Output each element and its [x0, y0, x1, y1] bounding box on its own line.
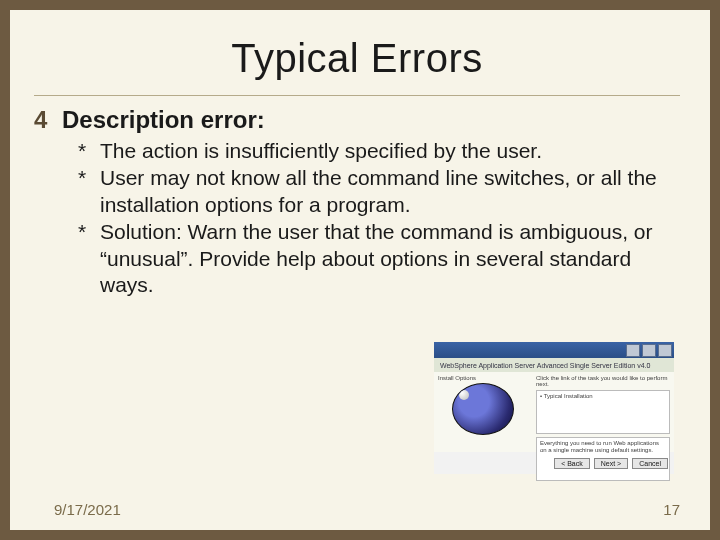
bullet-description-error: 4 Description error:	[34, 106, 680, 134]
titlebar	[434, 342, 674, 358]
slide-frame: Typical Errors 4 Description error: * Th…	[0, 0, 720, 540]
product-band: WebSphere Application Server Advanced Si…	[434, 358, 674, 372]
opt-desc-b: on a single machine using default settin…	[540, 447, 666, 454]
sub-b: * User may not know all the command line…	[78, 165, 680, 219]
sub-b-text: User may not know all the command line s…	[100, 165, 680, 219]
installer-right: Click the link of the task you would lik…	[532, 372, 674, 452]
cancel-button[interactable]: Cancel	[632, 458, 668, 469]
sub-c: * Solution: Warn the user that the comma…	[78, 219, 680, 300]
slide: Typical Errors 4 Description error: * Th…	[10, 10, 710, 530]
opt-desc-a: Everything you need to run Web applicati…	[540, 440, 666, 447]
opt-typical: • Typical Installation	[540, 393, 666, 400]
sub-c-text: Solution: Warn the user that the command…	[100, 219, 680, 300]
bullet-marker: 4	[34, 106, 62, 134]
maximize-icon	[642, 344, 656, 357]
installer-body: Install Options Click the link of the ta…	[434, 372, 674, 452]
star-icon: *	[78, 219, 100, 300]
sub-bullets: * The action is insufficiently specified…	[78, 138, 680, 299]
footer-page: 17	[663, 501, 680, 518]
sub-a: * The action is insufficiently specified…	[78, 138, 680, 165]
bullet-text: Description error:	[62, 106, 265, 134]
next-button[interactable]: Next >	[594, 458, 628, 469]
installer-left: Install Options	[434, 372, 532, 452]
title-rule	[34, 95, 680, 96]
moon-art	[459, 390, 469, 400]
slide-title: Typical Errors	[34, 36, 680, 81]
back-button[interactable]: < Back	[554, 458, 590, 469]
planet-art	[452, 383, 514, 435]
install-hint: Click the link of the task you would lik…	[536, 375, 670, 387]
minimize-icon	[626, 344, 640, 357]
footer-date: 9/17/2021	[54, 501, 121, 518]
option-box: • Typical Installation	[536, 390, 670, 434]
install-options-label: Install Options	[438, 375, 528, 381]
star-icon: *	[78, 138, 100, 165]
sub-a-text: The action is insufficiently specified b…	[100, 138, 542, 165]
close-icon	[658, 344, 672, 357]
star-icon: *	[78, 165, 100, 219]
installer-screenshot: WebSphere Application Server Advanced Si…	[434, 342, 674, 474]
